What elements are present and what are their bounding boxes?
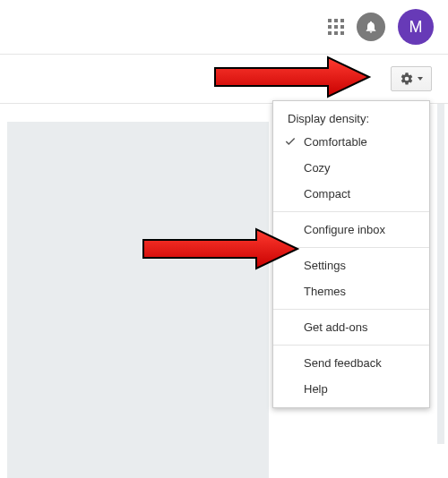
menu-item-help[interactable]: Help bbox=[273, 376, 429, 402]
menu-item-send-feedback[interactable]: Send feedback bbox=[273, 350, 429, 376]
dropdown-caret-icon bbox=[418, 77, 423, 81]
message-list-panel bbox=[7, 122, 269, 478]
menu-item-comfortable[interactable]: Comfortable bbox=[273, 129, 429, 155]
settings-menu: Display density: Comfortable Cozy Compac… bbox=[272, 100, 430, 408]
menu-item-label: Cozy bbox=[304, 161, 331, 175]
menu-item-label: Compact bbox=[304, 187, 350, 201]
menu-item-label: Get add-ons bbox=[304, 320, 368, 334]
bell-icon bbox=[364, 20, 378, 34]
avatar-initial: M bbox=[409, 18, 423, 37]
check-icon bbox=[284, 135, 297, 148]
menu-item-label: Send feedback bbox=[304, 356, 382, 370]
menu-item-configure-inbox[interactable]: Configure inbox bbox=[273, 217, 429, 243]
menu-item-label: Comfortable bbox=[304, 135, 367, 149]
menu-header: Display density: bbox=[273, 107, 429, 129]
menu-item-get-addons[interactable]: Get add-ons bbox=[273, 314, 429, 340]
notifications-button[interactable] bbox=[357, 13, 385, 41]
menu-divider bbox=[273, 247, 429, 248]
menu-item-themes[interactable]: Themes bbox=[273, 278, 429, 304]
menu-divider bbox=[273, 211, 429, 212]
avatar[interactable]: M bbox=[398, 9, 434, 45]
menu-item-settings[interactable]: Settings bbox=[273, 252, 429, 278]
menu-item-label: Help bbox=[304, 382, 328, 396]
toolbar bbox=[0, 54, 448, 104]
menu-item-label: Themes bbox=[304, 285, 346, 298]
apps-icon[interactable] bbox=[328, 19, 344, 35]
gear-icon bbox=[400, 72, 414, 86]
menu-item-compact[interactable]: Compact bbox=[273, 181, 429, 207]
right-strip bbox=[437, 104, 444, 444]
content-area: Display density: Comfortable Cozy Compac… bbox=[0, 104, 448, 478]
menu-item-label: Configure inbox bbox=[304, 223, 385, 236]
menu-divider bbox=[273, 345, 429, 346]
settings-gear-button[interactable] bbox=[391, 66, 432, 91]
menu-item-cozy[interactable]: Cozy bbox=[273, 155, 429, 181]
menu-divider bbox=[273, 309, 429, 310]
top-bar: M bbox=[0, 0, 448, 54]
menu-item-label: Settings bbox=[304, 259, 346, 272]
